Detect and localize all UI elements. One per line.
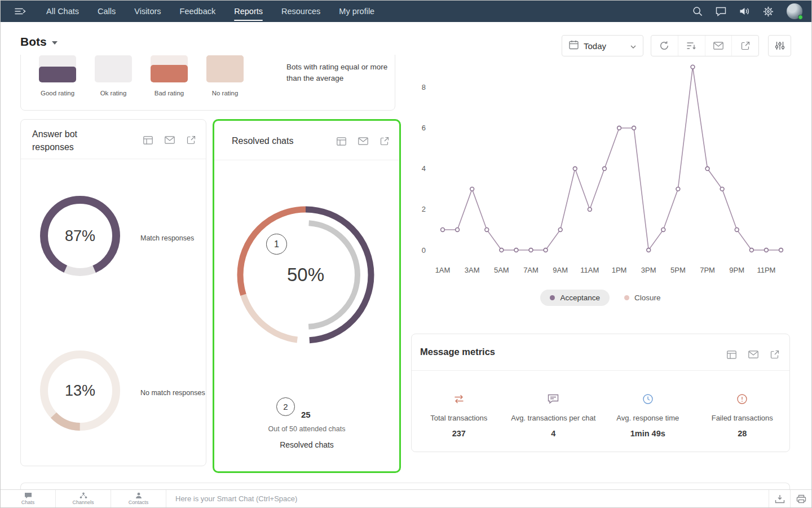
svg-text:1AM: 1AM — [435, 266, 451, 274]
rating-legend-item: Bad rating — [151, 55, 188, 97]
date-range-value: Today — [584, 41, 625, 51]
legend-acceptance[interactable]: Acceptance — [540, 290, 610, 306]
report-selector[interactable]: Bots — [20, 35, 58, 49]
svg-text:11AM: 11AM — [580, 266, 599, 274]
nav-item-feedback[interactable]: Feedback — [180, 1, 216, 22]
collapse-menu-icon[interactable] — [15, 7, 26, 15]
date-range-selector[interactable]: Today — [562, 35, 643, 56]
envelope-icon[interactable] — [358, 137, 368, 145]
svg-text:7AM: 7AM — [523, 266, 539, 274]
annotation-marker-2: 2 — [276, 397, 295, 416]
clock-icon — [642, 393, 654, 405]
customize-button[interactable] — [768, 35, 791, 56]
legend-closure[interactable]: Closure — [624, 294, 661, 302]
channels-icon — [80, 492, 87, 499]
export-icon[interactable] — [770, 350, 779, 359]
rating-label: Bad rating — [155, 90, 184, 97]
rating-note: Bots with rating equal or more than the … — [286, 62, 388, 84]
chevron-down-icon — [630, 42, 636, 50]
metric-value: 237 — [452, 429, 466, 438]
card-header: Message metrics — [412, 334, 789, 371]
resolved-chats-donut: 50% — [233, 203, 378, 347]
table-view-icon[interactable] — [337, 137, 346, 146]
resolved-subtext: Out of 50 attended chats — [214, 425, 399, 433]
table-view-icon[interactable] — [143, 136, 153, 144]
card-actions — [727, 350, 779, 359]
rating-legend-item: Good rating — [39, 55, 76, 97]
nav-item-visitors[interactable]: Visitors — [134, 1, 161, 22]
card-actions — [143, 135, 196, 144]
no-rating-bar — [206, 55, 244, 82]
legend-closure-label: Closure — [634, 294, 661, 302]
envelope-icon[interactable] — [165, 136, 175, 144]
bottom-tab-contacts[interactable]: Contacts — [111, 490, 166, 507]
nav-item-reports[interactable]: Reports — [234, 1, 263, 22]
printer-icon[interactable] — [790, 490, 811, 507]
chat-icon[interactable] — [716, 7, 726, 16]
avatar[interactable] — [787, 3, 802, 19]
svg-text:9AM: 9AM — [553, 266, 568, 274]
rating-label: Good rating — [41, 90, 74, 97]
card-title: Answer bot responses — [32, 128, 105, 154]
svg-text:7PM: 7PM — [700, 266, 715, 274]
no-match-label: No match responses — [140, 389, 205, 397]
metrics-row: Total transactions 237 Avg. transactions… — [412, 371, 789, 452]
search-icon[interactable] — [692, 6, 703, 16]
rating-legend-item: No rating — [206, 55, 244, 97]
metric-failed-transactions: Failed transactions 28 — [695, 371, 790, 452]
nav-items: All Chats Calls Visitors Feedback Report… — [46, 1, 393, 22]
envelope-icon[interactable] — [705, 36, 732, 56]
rating-label: Ok rating — [100, 90, 127, 97]
nav-item-resources[interactable]: Resources — [281, 1, 320, 22]
contact-icon — [135, 492, 142, 499]
resolved-percent: 50% — [233, 203, 378, 347]
metric-label: Avg. response time — [616, 414, 679, 422]
rating-legend: Good rating Ok rating Bad rating No rati… — [39, 55, 244, 97]
alert-icon — [736, 393, 748, 405]
export-icon[interactable] — [187, 135, 196, 144]
bad-rating-bar — [151, 55, 188, 82]
metric-value: 4 — [551, 429, 555, 438]
smart-chat-input[interactable] — [166, 490, 769, 507]
table-view-icon[interactable] — [727, 351, 736, 359]
gear-icon[interactable] — [763, 6, 774, 17]
envelope-icon[interactable] — [748, 351, 758, 358]
filter-button[interactable] — [678, 36, 705, 56]
chat-bubble-icon — [24, 492, 32, 499]
nav-item-all-chats[interactable]: All Chats — [46, 1, 79, 22]
no-match-percent: 13% — [38, 348, 122, 433]
volume-icon[interactable] — [739, 7, 750, 16]
smart-chat-bar: Chats Channels Contacts — [1, 489, 811, 507]
svg-text:11PM: 11PM — [757, 266, 775, 274]
import-icon[interactable] — [769, 490, 790, 507]
nav-item-my-profile[interactable]: My profile — [339, 1, 374, 22]
page-title: Bots — [20, 35, 47, 49]
nav-actions — [692, 3, 811, 19]
export-icon[interactable] — [380, 137, 389, 146]
match-percent: 87% — [38, 194, 122, 278]
nav-item-calls[interactable]: Calls — [98, 1, 116, 22]
metric-value: 28 — [738, 429, 747, 438]
answer-bot-responses-card: Answer bot responses 87% Match responses… — [20, 119, 206, 466]
refresh-button[interactable] — [651, 36, 678, 56]
bottom-tab-chats[interactable]: Chats — [1, 490, 56, 507]
rating-label: No rating — [212, 90, 239, 97]
transfer-icon — [453, 393, 465, 405]
report-toolbar — [651, 35, 759, 56]
bottom-tab-label: Channels — [72, 500, 94, 505]
card-header: Resolved chats — [214, 121, 399, 160]
card-header: Answer bot responses — [21, 120, 206, 159]
resolved-count: 25 — [301, 410, 311, 419]
bottom-tab-channels[interactable]: Channels — [56, 490, 111, 507]
svg-text:1PM: 1PM — [612, 266, 627, 274]
card-title: Resolved chats — [232, 134, 293, 147]
acceptance-line-chart: 024681AM3AM5AM7AM9AM11AM1PM3PM5PM7PM9PM1… — [411, 50, 790, 277]
export-icon[interactable] — [731, 36, 758, 56]
calendar-icon — [569, 40, 579, 51]
legend-dot-closure — [624, 295, 629, 300]
metric-value: 1min 49s — [630, 429, 665, 438]
bottom-tab-label: Chats — [21, 500, 35, 505]
annotation-marker-1: 1 — [266, 234, 287, 255]
top-nav: All Chats Calls Visitors Feedback Report… — [1, 1, 811, 22]
bottom-tab-label: Contacts — [129, 500, 149, 505]
